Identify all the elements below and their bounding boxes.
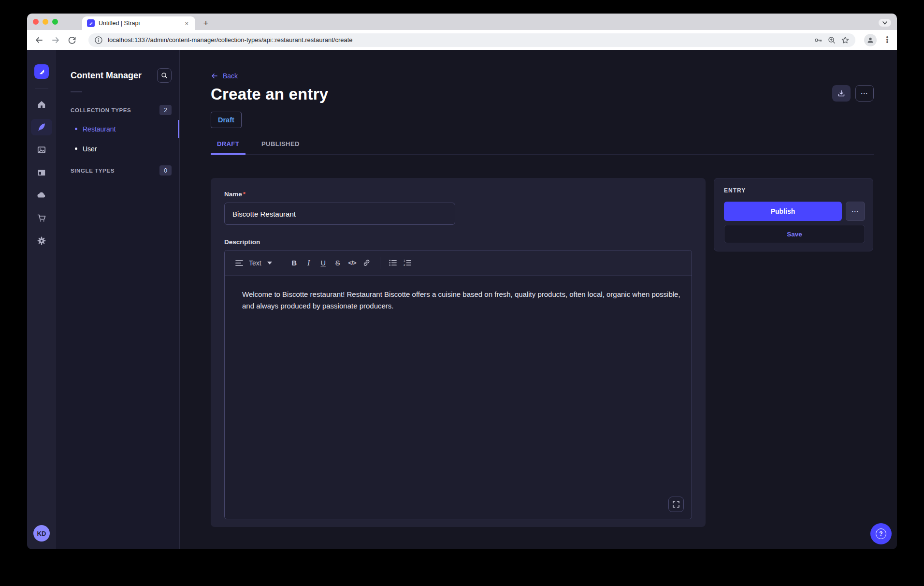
tab-published[interactable]: PUBLISHED <box>255 140 306 154</box>
content-manager-feather-icon[interactable] <box>31 119 52 135</box>
close-window-button[interactable] <box>33 19 39 25</box>
fullscreen-icon <box>673 501 679 508</box>
main-nav-rail: KD <box>27 50 56 549</box>
chevron-down-icon <box>267 262 272 264</box>
name-field-label: Name* <box>224 190 245 198</box>
back-label: Back <box>223 72 238 80</box>
single-types-label: SINGLE TYPES <box>71 168 115 174</box>
minimize-window-button[interactable] <box>43 19 48 25</box>
required-asterisk: * <box>243 190 245 198</box>
name-input[interactable] <box>224 203 455 225</box>
import-export-button[interactable] <box>832 85 851 102</box>
sidebar-item-label: User <box>83 145 97 153</box>
collection-types-label: COLLECTION TYPES <box>71 107 131 113</box>
help-button[interactable]: ? <box>870 523 892 544</box>
collection-types-count-badge: 2 <box>159 105 172 115</box>
browser-toolbar: localhost:1337/admin/content-manager/col… <box>27 30 897 50</box>
bullet-icon <box>75 128 77 130</box>
maximize-window-button[interactable] <box>52 19 58 25</box>
svg-text:2: 2 <box>404 263 405 266</box>
entry-more-button[interactable]: ··· <box>846 202 865 221</box>
url-text[interactable]: localhost:1337/admin/content-manager/col… <box>108 36 809 44</box>
underline-button[interactable]: U <box>316 256 331 270</box>
code-button[interactable]: </> <box>345 256 360 270</box>
editor-toolbar: Text B I U S </> <box>225 250 692 276</box>
content-type-builder-icon[interactable] <box>31 164 52 181</box>
bookmark-star-icon[interactable] <box>841 36 850 44</box>
save-button[interactable]: Save <box>724 225 865 243</box>
content-manager-subnav: Content Manager COLLECTION TYPES 2 Resta… <box>56 50 180 549</box>
browser-profile-icon[interactable] <box>864 34 877 46</box>
page-title: Create an entry <box>211 85 328 103</box>
subnav-title: Content Manager <box>71 71 142 81</box>
marketplace-cart-icon[interactable] <box>31 210 52 226</box>
rich-text-editor: Text B I U S </> <box>224 250 692 519</box>
expand-editor-button[interactable] <box>668 497 684 512</box>
editor-content[interactable]: Welcome to Biscotte restaurant! Restaura… <box>225 276 692 519</box>
browser-window: Untitled | Strapi × + localhost:1337/adm… <box>27 14 897 549</box>
subnav-divider <box>71 91 82 92</box>
text-style-label: Text <box>249 259 261 267</box>
search-button[interactable] <box>157 68 172 83</box>
tab-search-button[interactable] <box>879 19 891 27</box>
rail-divider <box>35 88 48 88</box>
ellipsis-icon: ··· <box>852 208 859 215</box>
strapi-app: KD Content Manager COLLECTION TYPES 2 Re… <box>27 50 897 549</box>
toolbar-divider <box>281 257 281 269</box>
back-link[interactable]: Back <box>211 72 874 80</box>
bold-button[interactable]: B <box>287 256 302 270</box>
more-actions-button[interactable]: ··· <box>855 85 874 102</box>
ellipsis-icon: ··· <box>861 90 868 97</box>
publish-button[interactable]: Publish <box>724 202 842 221</box>
entry-panel-title: ENTRY <box>724 187 865 194</box>
link-button[interactable] <box>360 256 374 270</box>
url-bar[interactable]: localhost:1337/admin/content-manager/col… <box>88 33 855 47</box>
tab-draft[interactable]: DRAFT <box>211 140 245 154</box>
browser-menu-icon[interactable]: ••• <box>883 36 891 44</box>
strikethrough-button[interactable]: S <box>331 256 345 270</box>
text-style-dropdown[interactable]: Text <box>232 259 275 267</box>
align-left-icon <box>235 260 243 266</box>
question-mark-icon: ? <box>876 528 886 539</box>
strapi-favicon-icon <box>87 19 95 27</box>
link-icon <box>362 259 371 267</box>
main-content: Back Create an entry ··· Draft DRAFT PUB… <box>180 50 897 549</box>
numbered-list-icon: 12 <box>404 259 412 266</box>
italic-button[interactable]: I <box>302 256 316 270</box>
description-field-label: Description <box>224 238 692 246</box>
download-icon <box>837 89 845 97</box>
tab-title: Untitled | Strapi <box>99 20 179 27</box>
home-icon[interactable] <box>31 96 52 113</box>
numbered-list-button[interactable]: 12 <box>401 256 415 270</box>
arrow-left-icon <box>211 72 218 80</box>
single-types-count-badge: 0 <box>159 165 172 176</box>
status-badge: Draft <box>211 112 242 128</box>
sidebar-item-restaurant[interactable]: Restaurant <box>71 119 172 139</box>
user-avatar[interactable]: KD <box>33 525 50 542</box>
sidebar-item-user[interactable]: User <box>71 139 172 159</box>
description-text: Welcome to Biscotte restaurant! Restaura… <box>242 289 682 312</box>
entry-panel: ENTRY Publish ··· Save <box>714 178 873 251</box>
site-info-icon[interactable] <box>94 36 103 44</box>
browser-tab[interactable]: Untitled | Strapi × <box>82 16 195 30</box>
media-library-icon[interactable] <box>31 142 52 158</box>
bulleted-list-button[interactable] <box>386 256 401 270</box>
strapi-logo[interactable] <box>34 64 49 79</box>
svg-text:1: 1 <box>404 259 405 262</box>
bullet-icon <box>75 147 77 150</box>
tab-close-icon[interactable]: × <box>183 19 190 28</box>
settings-gear-icon[interactable] <box>31 233 52 249</box>
new-tab-button[interactable]: + <box>199 16 213 30</box>
bulleted-list-icon <box>389 259 397 266</box>
window-controls <box>27 14 65 30</box>
cloud-icon[interactable] <box>31 187 52 204</box>
sidebar-item-label: Restaurant <box>83 125 116 133</box>
zoom-icon[interactable] <box>827 36 836 44</box>
browser-tabstrip: Untitled | Strapi × + <box>27 14 897 30</box>
password-key-icon[interactable] <box>814 36 823 44</box>
back-nav-icon[interactable] <box>34 35 44 45</box>
forward-nav-icon[interactable] <box>51 35 60 45</box>
version-tabs: DRAFT PUBLISHED <box>211 140 874 155</box>
toolbar-divider <box>380 257 380 269</box>
reload-icon[interactable] <box>67 35 77 45</box>
